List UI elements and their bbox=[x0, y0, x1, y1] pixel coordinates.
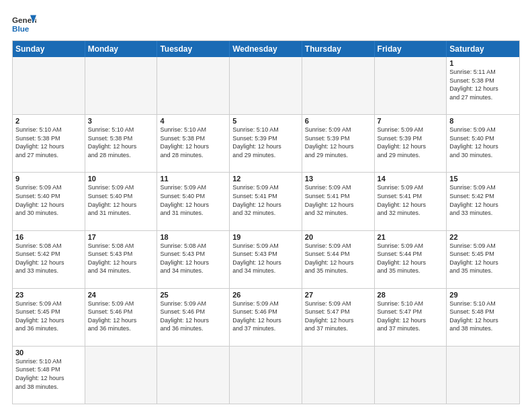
svg-text:Blue: Blue bbox=[12, 24, 30, 33]
day-info: Sunrise: 5:09 AM Sunset: 5:41 PM Dayligh… bbox=[232, 183, 299, 217]
day-cell: 4Sunrise: 5:10 AM Sunset: 5:38 PM Daylig… bbox=[157, 115, 230, 172]
day-number: 23 bbox=[15, 291, 82, 299]
day-cell: 6Sunrise: 5:09 AM Sunset: 5:39 PM Daylig… bbox=[302, 115, 375, 172]
col-header-saturday: Saturday bbox=[447, 41, 519, 57]
day-cell: 29Sunrise: 5:10 AM Sunset: 5:48 PM Dayli… bbox=[447, 289, 519, 346]
day-info: Sunrise: 5:09 AM Sunset: 5:46 PM Dayligh… bbox=[160, 300, 226, 333]
day-cell bbox=[157, 57, 230, 114]
day-number: 26 bbox=[232, 291, 299, 299]
day-info: Sunrise: 5:10 AM Sunset: 5:39 PM Dayligh… bbox=[232, 126, 299, 159]
day-cell: 17Sunrise: 5:08 AM Sunset: 5:43 PM Dayli… bbox=[85, 231, 158, 288]
col-header-thursday: Thursday bbox=[302, 41, 375, 57]
day-cell bbox=[375, 347, 447, 404]
day-info: Sunrise: 5:08 AM Sunset: 5:43 PM Dayligh… bbox=[160, 242, 226, 275]
day-info: Sunrise: 5:10 AM Sunset: 5:48 PM Dayligh… bbox=[449, 300, 517, 333]
day-cell: 30Sunrise: 5:10 AM Sunset: 5:48 PM Dayli… bbox=[13, 347, 85, 404]
week-row-2: 9Sunrise: 5:09 AM Sunset: 5:40 PM Daylig… bbox=[13, 173, 519, 230]
day-cell bbox=[157, 347, 230, 404]
day-number: 22 bbox=[449, 233, 517, 241]
day-cell: 2Sunrise: 5:10 AM Sunset: 5:38 PM Daylig… bbox=[13, 115, 85, 172]
day-number: 25 bbox=[160, 291, 226, 299]
day-number: 13 bbox=[305, 175, 371, 183]
day-number: 1 bbox=[449, 59, 517, 67]
day-cell: 1Sunrise: 5:11 AM Sunset: 5:38 PM Daylig… bbox=[447, 57, 519, 114]
day-info: Sunrise: 5:09 AM Sunset: 5:47 PM Dayligh… bbox=[305, 300, 371, 333]
column-headers: SundayMondayTuesdayWednesdayThursdayFrid… bbox=[13, 41, 519, 57]
day-number: 17 bbox=[88, 233, 154, 241]
day-info: Sunrise: 5:09 AM Sunset: 5:43 PM Dayligh… bbox=[232, 242, 299, 275]
day-cell: 13Sunrise: 5:09 AM Sunset: 5:41 PM Dayli… bbox=[302, 173, 375, 230]
day-cell bbox=[230, 57, 302, 114]
day-cell: 10Sunrise: 5:09 AM Sunset: 5:40 PM Dayli… bbox=[85, 173, 158, 230]
day-number: 20 bbox=[305, 233, 371, 241]
day-cell: 12Sunrise: 5:09 AM Sunset: 5:41 PM Dayli… bbox=[230, 173, 302, 230]
day-info: Sunrise: 5:09 AM Sunset: 5:42 PM Dayligh… bbox=[449, 183, 517, 217]
day-number: 10 bbox=[88, 175, 154, 183]
day-cell bbox=[447, 347, 519, 404]
day-cell: 20Sunrise: 5:09 AM Sunset: 5:44 PM Dayli… bbox=[302, 231, 375, 288]
day-number: 30 bbox=[15, 349, 82, 357]
day-info: Sunrise: 5:10 AM Sunset: 5:47 PM Dayligh… bbox=[378, 300, 444, 333]
day-number: 8 bbox=[449, 117, 517, 125]
day-cell bbox=[85, 347, 158, 404]
calendar: SundayMondayTuesdayWednesdayThursdayFrid… bbox=[12, 40, 520, 404]
week-row-0: 1Sunrise: 5:11 AM Sunset: 5:38 PM Daylig… bbox=[13, 57, 519, 115]
day-number: 28 bbox=[378, 291, 444, 299]
day-info: Sunrise: 5:09 AM Sunset: 5:40 PM Dayligh… bbox=[160, 183, 226, 217]
day-number: 24 bbox=[88, 291, 154, 299]
day-info: Sunrise: 5:09 AM Sunset: 5:41 PM Dayligh… bbox=[378, 183, 444, 217]
col-header-tuesday: Tuesday bbox=[157, 41, 230, 57]
day-number: 29 bbox=[449, 291, 517, 299]
day-number: 11 bbox=[160, 175, 226, 183]
day-info: Sunrise: 5:11 AM Sunset: 5:38 PM Dayligh… bbox=[449, 68, 517, 101]
day-cell: 28Sunrise: 5:10 AM Sunset: 5:47 PM Dayli… bbox=[375, 289, 447, 346]
day-info: Sunrise: 5:08 AM Sunset: 5:43 PM Dayligh… bbox=[88, 242, 154, 275]
day-info: Sunrise: 5:09 AM Sunset: 5:40 PM Dayligh… bbox=[15, 183, 82, 217]
day-info: Sunrise: 5:09 AM Sunset: 5:46 PM Dayligh… bbox=[232, 300, 299, 333]
day-number: 4 bbox=[160, 117, 226, 125]
day-cell: 19Sunrise: 5:09 AM Sunset: 5:43 PM Dayli… bbox=[230, 231, 302, 288]
day-number: 21 bbox=[378, 233, 444, 241]
week-row-5: 30Sunrise: 5:10 AM Sunset: 5:48 PM Dayli… bbox=[13, 347, 519, 404]
col-header-monday: Monday bbox=[85, 41, 158, 57]
day-number: 27 bbox=[305, 291, 371, 299]
day-cell: 3Sunrise: 5:10 AM Sunset: 5:38 PM Daylig… bbox=[85, 115, 158, 172]
day-number: 6 bbox=[305, 117, 371, 125]
week-row-4: 23Sunrise: 5:09 AM Sunset: 5:45 PM Dayli… bbox=[13, 289, 519, 347]
day-info: Sunrise: 5:08 AM Sunset: 5:42 PM Dayligh… bbox=[15, 242, 82, 275]
page: General Blue SundayMondayTuesdayWednesda… bbox=[0, 0, 532, 411]
day-info: Sunrise: 5:10 AM Sunset: 5:48 PM Dayligh… bbox=[15, 357, 82, 391]
day-number: 7 bbox=[378, 117, 444, 125]
day-cell: 16Sunrise: 5:08 AM Sunset: 5:42 PM Dayli… bbox=[13, 231, 85, 288]
day-cell: 8Sunrise: 5:09 AM Sunset: 5:40 PM Daylig… bbox=[447, 115, 519, 172]
col-header-wednesday: Wednesday bbox=[230, 41, 302, 57]
col-header-sunday: Sunday bbox=[13, 41, 85, 57]
day-info: Sunrise: 5:09 AM Sunset: 5:45 PM Dayligh… bbox=[449, 242, 517, 275]
day-cell: 21Sunrise: 5:09 AM Sunset: 5:44 PM Dayli… bbox=[375, 231, 447, 288]
day-cell bbox=[13, 57, 85, 114]
header: General Blue bbox=[12, 12, 520, 36]
day-cell bbox=[302, 347, 375, 404]
day-cell: 9Sunrise: 5:09 AM Sunset: 5:40 PM Daylig… bbox=[13, 173, 85, 230]
day-cell: 18Sunrise: 5:08 AM Sunset: 5:43 PM Dayli… bbox=[157, 231, 230, 288]
day-number: 12 bbox=[232, 175, 299, 183]
day-info: Sunrise: 5:09 AM Sunset: 5:40 PM Dayligh… bbox=[449, 126, 517, 159]
day-info: Sunrise: 5:10 AM Sunset: 5:38 PM Dayligh… bbox=[15, 126, 82, 159]
day-info: Sunrise: 5:09 AM Sunset: 5:39 PM Dayligh… bbox=[378, 126, 444, 159]
week-row-1: 2Sunrise: 5:10 AM Sunset: 5:38 PM Daylig… bbox=[13, 115, 519, 173]
day-number: 3 bbox=[88, 117, 154, 125]
day-info: Sunrise: 5:09 AM Sunset: 5:39 PM Dayligh… bbox=[305, 126, 371, 159]
day-number: 15 bbox=[449, 175, 517, 183]
day-number: 16 bbox=[15, 233, 82, 241]
day-cell bbox=[230, 347, 302, 404]
day-cell: 25Sunrise: 5:09 AM Sunset: 5:46 PM Dayli… bbox=[157, 289, 230, 346]
day-number: 2 bbox=[15, 117, 82, 125]
day-info: Sunrise: 5:10 AM Sunset: 5:38 PM Dayligh… bbox=[160, 126, 226, 159]
week-row-3: 16Sunrise: 5:08 AM Sunset: 5:42 PM Dayli… bbox=[13, 231, 519, 289]
day-info: Sunrise: 5:09 AM Sunset: 5:40 PM Dayligh… bbox=[88, 183, 154, 217]
day-cell: 11Sunrise: 5:09 AM Sunset: 5:40 PM Dayli… bbox=[157, 173, 230, 230]
logo-icon: General Blue bbox=[12, 12, 36, 36]
logo: General Blue bbox=[12, 12, 36, 36]
day-cell bbox=[302, 57, 375, 114]
day-number: 18 bbox=[160, 233, 226, 241]
